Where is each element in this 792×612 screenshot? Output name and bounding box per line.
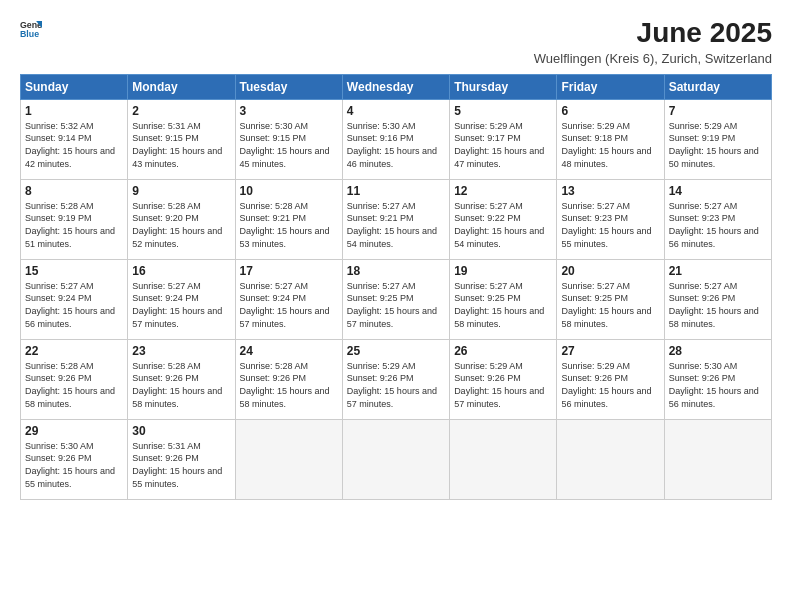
calendar-table: Sunday Monday Tuesday Wednesday Thursday… [20, 74, 772, 500]
logo: General Blue [20, 18, 42, 40]
cell-daylight: Daylight: 15 hours and 57 minutes. [347, 386, 437, 409]
cell-daylight: Daylight: 15 hours and 42 minutes. [25, 146, 115, 169]
cell-sunset: Sunset: 9:26 PM [25, 453, 92, 463]
cell-sunset: Sunset: 9:26 PM [669, 293, 736, 303]
day-number: 9 [132, 184, 230, 198]
day-number: 15 [25, 264, 123, 278]
table-cell: 11 Sunrise: 5:27 AM Sunset: 9:21 PM Dayl… [342, 179, 449, 259]
col-tuesday: Tuesday [235, 74, 342, 99]
cell-sunrise: Sunrise: 5:27 AM [347, 201, 416, 211]
cell-sunset: Sunset: 9:18 PM [561, 133, 628, 143]
cell-sunset: Sunset: 9:19 PM [25, 213, 92, 223]
cell-sunset: Sunset: 9:25 PM [561, 293, 628, 303]
table-cell [557, 419, 664, 499]
day-number: 6 [561, 104, 659, 118]
cell-daylight: Daylight: 15 hours and 50 minutes. [669, 146, 759, 169]
day-number: 10 [240, 184, 338, 198]
cell-sunset: Sunset: 9:15 PM [132, 133, 199, 143]
table-cell: 3 Sunrise: 5:30 AM Sunset: 9:15 PM Dayli… [235, 99, 342, 179]
day-number: 13 [561, 184, 659, 198]
cell-daylight: Daylight: 15 hours and 43 minutes. [132, 146, 222, 169]
col-monday: Monday [128, 74, 235, 99]
cell-sunset: Sunset: 9:24 PM [25, 293, 92, 303]
day-number: 3 [240, 104, 338, 118]
cell-daylight: Daylight: 15 hours and 48 minutes. [561, 146, 651, 169]
table-cell [342, 419, 449, 499]
svg-text:Blue: Blue [20, 29, 39, 39]
table-cell [450, 419, 557, 499]
main-title: June 2025 [534, 18, 772, 49]
cell-sunrise: Sunrise: 5:28 AM [25, 361, 94, 371]
table-cell: 30 Sunrise: 5:31 AM Sunset: 9:26 PM Dayl… [128, 419, 235, 499]
day-number: 4 [347, 104, 445, 118]
day-number: 14 [669, 184, 767, 198]
table-cell: 25 Sunrise: 5:29 AM Sunset: 9:26 PM Dayl… [342, 339, 449, 419]
cell-daylight: Daylight: 15 hours and 45 minutes. [240, 146, 330, 169]
cell-sunrise: Sunrise: 5:27 AM [454, 281, 523, 291]
day-number: 22 [25, 344, 123, 358]
cell-sunrise: Sunrise: 5:31 AM [132, 441, 201, 451]
day-number: 21 [669, 264, 767, 278]
cell-sunset: Sunset: 9:24 PM [132, 293, 199, 303]
cell-sunrise: Sunrise: 5:28 AM [132, 201, 201, 211]
table-cell [664, 419, 771, 499]
cell-daylight: Daylight: 15 hours and 57 minutes. [132, 306, 222, 329]
table-row: 1 Sunrise: 5:32 AM Sunset: 9:14 PM Dayli… [21, 99, 772, 179]
cell-sunset: Sunset: 9:17 PM [454, 133, 521, 143]
cell-daylight: Daylight: 15 hours and 56 minutes. [25, 306, 115, 329]
cell-sunrise: Sunrise: 5:27 AM [25, 281, 94, 291]
table-cell: 2 Sunrise: 5:31 AM Sunset: 9:15 PM Dayli… [128, 99, 235, 179]
cell-sunrise: Sunrise: 5:28 AM [240, 361, 309, 371]
table-cell: 24 Sunrise: 5:28 AM Sunset: 9:26 PM Dayl… [235, 339, 342, 419]
cell-daylight: Daylight: 15 hours and 51 minutes. [25, 226, 115, 249]
subtitle: Wuelflingen (Kreis 6), Zurich, Switzerla… [534, 51, 772, 66]
table-cell: 9 Sunrise: 5:28 AM Sunset: 9:20 PM Dayli… [128, 179, 235, 259]
cell-daylight: Daylight: 15 hours and 56 minutes. [561, 386, 651, 409]
cell-sunset: Sunset: 9:26 PM [132, 373, 199, 383]
title-block: June 2025 Wuelflingen (Kreis 6), Zurich,… [534, 18, 772, 66]
cell-sunrise: Sunrise: 5:30 AM [347, 121, 416, 131]
table-cell: 26 Sunrise: 5:29 AM Sunset: 9:26 PM Dayl… [450, 339, 557, 419]
day-number: 18 [347, 264, 445, 278]
day-number: 27 [561, 344, 659, 358]
table-cell: 17 Sunrise: 5:27 AM Sunset: 9:24 PM Dayl… [235, 259, 342, 339]
cell-sunrise: Sunrise: 5:27 AM [561, 201, 630, 211]
day-number: 23 [132, 344, 230, 358]
cell-sunset: Sunset: 9:25 PM [347, 293, 414, 303]
table-row: 29 Sunrise: 5:30 AM Sunset: 9:26 PM Dayl… [21, 419, 772, 499]
cell-sunset: Sunset: 9:26 PM [454, 373, 521, 383]
day-number: 16 [132, 264, 230, 278]
cell-sunset: Sunset: 9:20 PM [132, 213, 199, 223]
table-cell: 5 Sunrise: 5:29 AM Sunset: 9:17 PM Dayli… [450, 99, 557, 179]
table-cell: 1 Sunrise: 5:32 AM Sunset: 9:14 PM Dayli… [21, 99, 128, 179]
cell-sunrise: Sunrise: 5:27 AM [347, 281, 416, 291]
day-number: 1 [25, 104, 123, 118]
table-row: 15 Sunrise: 5:27 AM Sunset: 9:24 PM Dayl… [21, 259, 772, 339]
table-cell: 18 Sunrise: 5:27 AM Sunset: 9:25 PM Dayl… [342, 259, 449, 339]
cell-sunrise: Sunrise: 5:28 AM [240, 201, 309, 211]
cell-sunset: Sunset: 9:25 PM [454, 293, 521, 303]
table-row: 8 Sunrise: 5:28 AM Sunset: 9:19 PM Dayli… [21, 179, 772, 259]
col-wednesday: Wednesday [342, 74, 449, 99]
cell-sunrise: Sunrise: 5:30 AM [240, 121, 309, 131]
cell-sunrise: Sunrise: 5:28 AM [132, 361, 201, 371]
cell-daylight: Daylight: 15 hours and 55 minutes. [561, 226, 651, 249]
cell-daylight: Daylight: 15 hours and 55 minutes. [132, 466, 222, 489]
day-number: 11 [347, 184, 445, 198]
cell-daylight: Daylight: 15 hours and 47 minutes. [454, 146, 544, 169]
cell-sunrise: Sunrise: 5:31 AM [132, 121, 201, 131]
table-cell: 27 Sunrise: 5:29 AM Sunset: 9:26 PM Dayl… [557, 339, 664, 419]
cell-sunset: Sunset: 9:22 PM [454, 213, 521, 223]
cell-daylight: Daylight: 15 hours and 54 minutes. [454, 226, 544, 249]
table-cell: 12 Sunrise: 5:27 AM Sunset: 9:22 PM Dayl… [450, 179, 557, 259]
day-number: 19 [454, 264, 552, 278]
day-number: 8 [25, 184, 123, 198]
cell-sunrise: Sunrise: 5:27 AM [561, 281, 630, 291]
cell-sunrise: Sunrise: 5:27 AM [240, 281, 309, 291]
cell-daylight: Daylight: 15 hours and 57 minutes. [454, 386, 544, 409]
day-number: 12 [454, 184, 552, 198]
table-cell: 29 Sunrise: 5:30 AM Sunset: 9:26 PM Dayl… [21, 419, 128, 499]
cell-sunset: Sunset: 9:23 PM [669, 213, 736, 223]
table-cell: 22 Sunrise: 5:28 AM Sunset: 9:26 PM Dayl… [21, 339, 128, 419]
cell-sunrise: Sunrise: 5:29 AM [561, 121, 630, 131]
